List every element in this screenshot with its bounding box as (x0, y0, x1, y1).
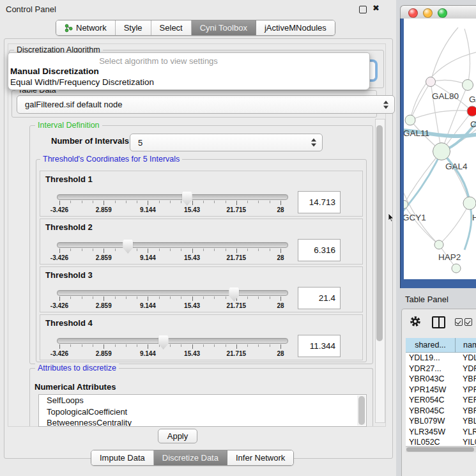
network-node-gal4[interactable] (433, 143, 450, 160)
tab-infer-network[interactable]: Infer Network (227, 450, 293, 465)
tick-label: 9.144 (130, 206, 165, 213)
cell-name[interactable]: YDL19 (463, 353, 476, 362)
num-intervals-combobox[interactable]: 5 (130, 134, 323, 151)
column-layout-icon[interactable] (432, 316, 445, 328)
threshold-value-field[interactable]: 11.344 (298, 335, 341, 357)
cell-shared-name[interactable]: YBL079W (409, 417, 445, 426)
network-edge[interactable] (404, 151, 441, 204)
network-edge[interactable] (410, 111, 472, 120)
slider-tick (214, 201, 215, 203)
slider-handle[interactable] (182, 192, 192, 206)
table-row[interactable]: YDL19...YDL19 (406, 353, 476, 364)
network-node-gal80[interactable] (426, 77, 436, 87)
scrollbar-thumb[interactable] (376, 125, 383, 341)
attributes-list: SelfLoopsTopologicalCoefficientBetweenne… (38, 394, 367, 427)
tab-jactivemnodules[interactable]: jActiveMNodules (256, 20, 335, 35)
slider-handle[interactable] (229, 288, 239, 302)
tab-style[interactable]: Style (116, 20, 151, 35)
cell-name[interactable]: YBR04 (463, 406, 476, 415)
tick-label: 28 (263, 302, 298, 309)
minimize-light-icon[interactable] (423, 8, 433, 18)
table-data-combobox[interactable]: galFiltered.sif default node (17, 95, 395, 114)
tab-label: Impute Data (100, 453, 145, 463)
cell-shared-name[interactable]: YIL052C (409, 438, 440, 447)
network-window-frame: GAL80GACGAL11GAL4GCY1HHAP2 (400, 19, 476, 288)
apply-button[interactable]: Apply (158, 429, 197, 443)
threshold-value-field[interactable]: 21.4 (298, 287, 341, 309)
tab-impute-data[interactable]: Impute Data (91, 450, 154, 465)
slider-track[interactable] (57, 290, 288, 296)
cell-shared-name[interactable]: YLR345W (409, 427, 445, 436)
attribute-list-item[interactable]: SelfLoops (39, 395, 366, 406)
network-node-h[interactable] (463, 197, 476, 210)
cell-name[interactable]: YIL05 (463, 438, 476, 447)
close-light-icon[interactable] (408, 8, 418, 18)
select-all-checkbox-icon[interactable] (455, 318, 463, 326)
vertical-scrollbar[interactable] (375, 119, 385, 423)
cell-name[interactable]: YLR34 (463, 427, 476, 436)
network-window-titlebar[interactable] (400, 5, 476, 20)
close-icon[interactable]: ✖ (372, 3, 380, 13)
network-canvas[interactable]: GAL80GACGAL11GAL4GCY1HHAP2 (404, 19, 476, 279)
float-panel-icon[interactable] (359, 6, 367, 13)
settings-gear-icon[interactable] (409, 315, 422, 328)
slider-tick (226, 201, 226, 203)
slider-tick (280, 249, 281, 253)
cell-shared-name[interactable]: YDR27... (409, 364, 441, 373)
scrollbar-thumb[interactable] (406, 447, 474, 452)
cell-shared-name[interactable]: YBR043C (409, 374, 445, 383)
tab-network[interactable]: Network (56, 20, 116, 35)
table-row[interactable]: YBL079WYBL07 (406, 416, 476, 427)
cell-shared-name[interactable]: YER054C (409, 395, 445, 404)
cell-shared-name[interactable]: YPR145W (409, 385, 446, 394)
table-horizontal-scrollbar[interactable] (406, 446, 476, 452)
network-node-c[interactable] (467, 106, 476, 116)
table-row[interactable]: YBR043CYBR04 (406, 374, 476, 385)
cell-name[interactable]: YBR04 (463, 374, 476, 383)
dropdown-option-manual-discretization[interactable]: Manual Discretization (10, 66, 99, 76)
select-columns-checkbox-icon[interactable] (464, 318, 472, 326)
network-edge[interactable] (464, 29, 470, 85)
tab-label: Select (160, 23, 183, 33)
slider-track[interactable] (57, 242, 288, 248)
slider-handle[interactable] (158, 335, 169, 349)
network-node-hap2[interactable] (434, 240, 443, 249)
cell-name[interactable]: YER05 (463, 395, 476, 404)
slider-handle[interactable] (123, 240, 133, 254)
slider-tick (192, 296, 193, 301)
column-header-name[interactable]: name (456, 338, 476, 353)
dropdown-option-equal-width-frequency-discretization[interactable]: Equal Width/Frequency Discretization (10, 77, 154, 87)
attribute-list-item[interactable]: BetweennessCentrality (39, 417, 366, 427)
table-row[interactable]: YBR045CYBR04 (406, 406, 476, 417)
cell-name[interactable]: YPR14 (463, 385, 476, 394)
slider-track[interactable] (57, 338, 288, 344)
cell-name[interactable]: YDR27 (463, 364, 476, 373)
table-row[interactable]: YPR145WYPR14 (406, 385, 476, 395)
tab-select[interactable]: Select (151, 20, 192, 35)
combo-spinner-icon (383, 100, 388, 109)
cell-name[interactable]: YBL07 (463, 417, 476, 426)
slider-track[interactable] (57, 194, 288, 200)
attributes-list-scrollbar[interactable] (357, 395, 365, 426)
tab-discretize-data[interactable]: Discretize Data (154, 450, 227, 465)
network-node-ga[interactable] (463, 80, 473, 91)
slider-tick (159, 296, 160, 299)
tab-cyni-toolbox[interactable]: Cyni Toolbox (192, 20, 256, 35)
network-node-gal11[interactable] (405, 115, 415, 125)
scrollbar-thumb[interactable] (358, 396, 365, 425)
network-graph[interactable]: GAL80GACGAL11GAL4GCY1HHAP2 (404, 19, 476, 279)
table-row[interactable]: YLR345WYLR34 (406, 427, 476, 438)
network-edge[interactable] (439, 203, 470, 245)
threshold-value-field[interactable]: 6.316 (298, 239, 341, 261)
table-row[interactable]: YER054CYER05 (406, 395, 476, 406)
table-row[interactable]: YDR27...YDR27 (406, 364, 476, 374)
threshold-value-field[interactable]: 14.713 (298, 191, 341, 213)
cell-shared-name[interactable]: YBR045C (409, 406, 445, 415)
slider-tick (137, 296, 137, 299)
network-node-unlabeled[interactable] (452, 264, 461, 273)
cell-shared-name[interactable]: YDL19... (409, 353, 440, 362)
network-edge-highlighted[interactable] (404, 151, 441, 214)
column-header-shared-name[interactable]: shared... (406, 338, 456, 353)
attribute-list-item[interactable]: TopologicalCoefficient (39, 406, 366, 418)
zoom-light-icon[interactable] (438, 8, 447, 18)
